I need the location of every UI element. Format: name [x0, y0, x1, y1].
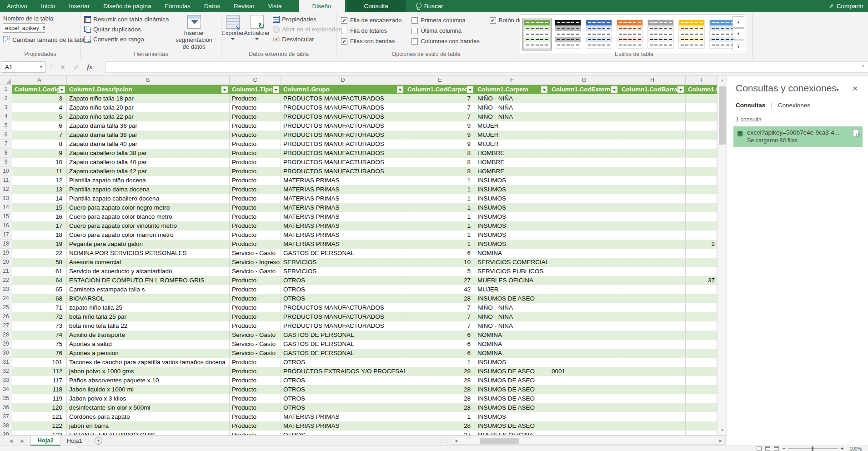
cell[interactable]	[619, 267, 686, 276]
row-number[interactable]: 7	[0, 140, 12, 149]
cell[interactable]: NOMINA	[475, 249, 549, 258]
cell[interactable]	[619, 312, 686, 321]
cell[interactable]: INSUMOS	[475, 194, 549, 203]
insert-slicer-button[interactable]: Insertar segmentación de datos	[169, 12, 219, 50]
cell[interactable]: 74	[12, 331, 67, 340]
cell[interactable]	[549, 394, 619, 403]
cell[interactable]: 1	[405, 194, 475, 203]
cell[interactable]: Cuero para zapato color marron metro	[67, 231, 230, 240]
row-number[interactable]: 24	[0, 294, 12, 303]
cell[interactable]: OTROS	[281, 394, 405, 403]
cell[interactable]	[686, 258, 717, 267]
cell[interactable]: Servicio - Gasto	[230, 340, 281, 349]
unlink-button[interactable]: (✱) Desvincular	[270, 34, 341, 44]
sheet-nav-right-arrow[interactable]: ▶	[21, 438, 25, 443]
cell[interactable]: 17	[12, 221, 67, 231]
cell[interactable]: HOMBRE	[475, 149, 549, 158]
cell[interactable]	[619, 303, 686, 312]
cell[interactable]	[619, 176, 686, 185]
cell[interactable]: 12	[12, 176, 67, 185]
cell[interactable]	[549, 331, 619, 340]
insert-function-icon[interactable]: fx	[87, 64, 92, 71]
cell[interactable]	[549, 249, 619, 258]
zoom-slider-knob[interactable]	[812, 446, 813, 451]
query-refresh-sheet-icon[interactable]	[853, 129, 859, 136]
cell[interactable]: Producto	[230, 285, 281, 294]
cell[interactable]: Producto	[230, 231, 281, 240]
cell[interactable]	[549, 267, 619, 276]
cell[interactable]: Auxilio de transporte	[67, 331, 230, 340]
cell[interactable]: 112	[12, 367, 67, 376]
cell[interactable]	[619, 221, 686, 231]
cell[interactable]: PRODUCTOS MANUFACTURADOS	[281, 149, 405, 158]
cell[interactable]	[686, 358, 717, 367]
cell[interactable]: Zapato caballero talla 40 par	[67, 158, 230, 167]
cell[interactable]: OTROS	[281, 276, 405, 285]
style-option-filas-con-bandas[interactable]: ✔Filas con bandas	[341, 37, 401, 45]
cell[interactable]	[549, 103, 619, 112]
cell[interactable]: Producto	[230, 103, 281, 112]
cell[interactable]	[686, 167, 717, 176]
cell[interactable]	[619, 194, 686, 203]
cell[interactable]: 5	[405, 267, 475, 276]
cell[interactable]: 11	[12, 167, 67, 176]
scroll-down-button[interactable]: ▼	[718, 426, 726, 434]
cell[interactable]	[619, 258, 686, 267]
cell[interactable]	[549, 276, 619, 285]
row-number[interactable]: 11	[0, 176, 12, 185]
cell[interactable]: PRODUCTOS MANUFACTURADOS	[281, 158, 405, 167]
cell[interactable]: 75	[12, 340, 67, 349]
cell[interactable]: Zapato niño talla 20 par	[67, 103, 230, 112]
cell[interactable]	[686, 185, 717, 194]
cell[interactable]: Producto	[230, 358, 281, 367]
cell[interactable]: Producto	[230, 276, 281, 285]
cell[interactable]: INSUMOS	[475, 231, 549, 240]
row-number[interactable]: 5	[0, 121, 12, 130]
cell[interactable]: GASTOS DE PERSONAL	[281, 331, 405, 340]
cell[interactable]: INSUMOS DE ASEO	[475, 394, 549, 403]
vertical-scrollbar[interactable]: ▲ ▼	[717, 75, 727, 435]
cell[interactable]: MATERIAS PRIMAS	[281, 194, 405, 203]
cell[interactable]: Paños absorventes paquete x 10	[67, 376, 230, 385]
cell[interactable]: INSUMOS DE ASEO	[475, 376, 549, 385]
row-number[interactable]: 9	[0, 158, 12, 167]
cell[interactable]: 7	[405, 303, 475, 312]
cell[interactable]: OTROS	[281, 376, 405, 385]
cell[interactable]: NIÑO - NIÑA	[475, 321, 549, 331]
cell[interactable]: jabon en barra	[67, 421, 230, 431]
cell[interactable]: 28	[405, 385, 475, 394]
zoom-out-button[interactable]: −	[783, 446, 785, 451]
cell[interactable]: Zapato dama talla 38 par	[67, 130, 230, 140]
row-number[interactable]: 17	[0, 231, 12, 240]
panel-close-icon[interactable]: ✕	[852, 85, 858, 93]
sheet-nav-left-arrow[interactable]: ◀	[9, 438, 13, 443]
horizontal-scrollbar[interactable]: ◀ ▶	[452, 437, 725, 445]
cell[interactable]: Servicio de acueducto y alcantarillado	[67, 267, 230, 276]
cell[interactable]: MATERIAS PRIMAS	[281, 221, 405, 231]
row-number[interactable]: 34	[0, 385, 12, 394]
cell[interactable]: 9	[12, 149, 67, 158]
cell[interactable]: SERVICIOS	[281, 258, 405, 267]
cell[interactable]: MUJER	[475, 140, 549, 149]
cell[interactable]: PRODUCTOS MANUFACTURADOS	[281, 94, 405, 103]
cell[interactable]	[549, 221, 619, 231]
cell[interactable]: 7	[405, 103, 475, 112]
cell[interactable]	[686, 394, 717, 403]
cell[interactable]	[686, 176, 717, 185]
cell[interactable]	[549, 376, 619, 385]
cell[interactable]: PRODUCTOS MANUFACTURADOS	[281, 312, 405, 321]
cell[interactable]	[549, 312, 619, 321]
cell[interactable]	[686, 121, 717, 130]
column-header-D[interactable]: D	[281, 75, 405, 85]
cell[interactable]: 6	[405, 349, 475, 358]
cell[interactable]: Producto	[230, 240, 281, 249]
cancel-icon[interactable]: ✕	[60, 64, 65, 71]
cell[interactable]: 1	[405, 176, 475, 185]
row-number[interactable]: 14	[0, 203, 12, 212]
column-header-B[interactable]: B	[67, 75, 230, 85]
row-number[interactable]: 31	[0, 358, 12, 367]
cell[interactable]: Cordones para zapato	[67, 412, 230, 421]
table-header-cell[interactable]: Column1.Carpeta	[475, 85, 549, 94]
cell[interactable]	[686, 130, 717, 140]
cell[interactable]: 9	[405, 121, 475, 130]
